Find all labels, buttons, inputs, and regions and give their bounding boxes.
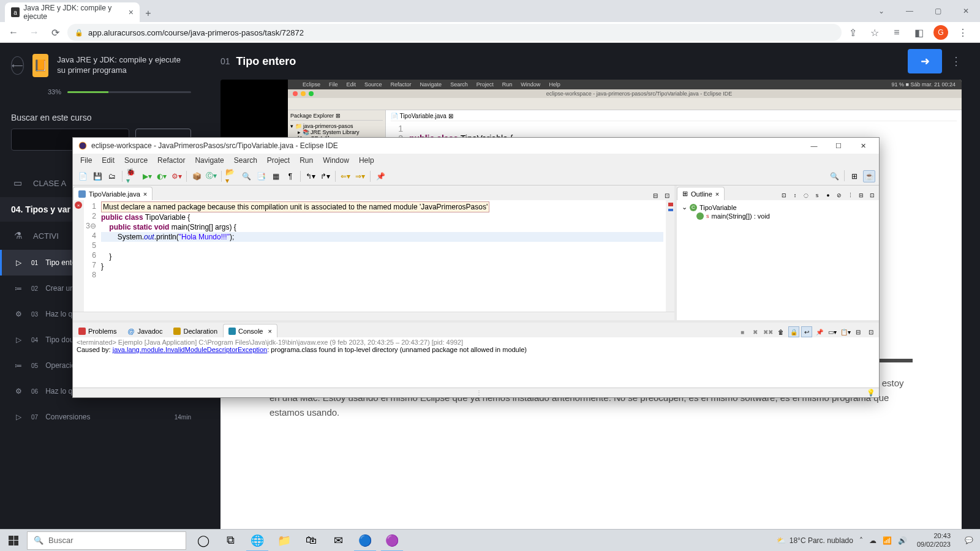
remove-all-icon[interactable]: ✖✖ <box>763 326 774 337</box>
display-console-icon[interactable]: ▭▾ <box>827 326 838 337</box>
menu-project[interactable]: Project <box>263 155 293 166</box>
menu-file[interactable]: File <box>77 155 96 166</box>
focus-icon[interactable]: ⊡ <box>779 190 789 200</box>
tab-problems[interactable]: Problems <box>73 324 122 337</box>
wifi-icon[interactable]: 📶 <box>883 536 892 545</box>
sash-icon[interactable]: ⋮ <box>476 389 482 396</box>
back-button[interactable]: ← <box>5 24 22 41</box>
mail-icon[interactable]: ✉ <box>325 530 352 552</box>
cortana-icon[interactable]: ◯ <box>190 530 217 552</box>
menu-window[interactable]: Window <box>319 155 353 166</box>
java-perspective-icon[interactable]: ☕ <box>863 170 875 182</box>
star-icon[interactable]: ☆ <box>867 25 882 40</box>
address-bar[interactable]: 🔒 app.aluracursos.com/course/java-primer… <box>67 24 842 41</box>
annotation-next-icon[interactable]: ↱▾ <box>319 170 331 182</box>
scroll-lock-icon[interactable]: 🔒 <box>788 326 799 337</box>
reload-button[interactable]: ⟳ <box>47 24 64 41</box>
error-overview-marker[interactable] <box>668 203 673 206</box>
explorer-icon[interactable]: 📁 <box>271 530 298 552</box>
share-icon[interactable]: ⇪ <box>845 25 860 40</box>
quick-access-icon[interactable]: 🔍 <box>828 170 840 182</box>
close-tab-icon[interactable]: × <box>715 190 719 198</box>
lesson-item[interactable]: ▷07Conversiones14min <box>0 404 202 430</box>
code-editor[interactable]: × 123⊖45678 Must declare a named package… <box>73 200 674 312</box>
view-menu-icon[interactable]: ⋮ <box>845 190 855 200</box>
sort-icon[interactable]: ↕ <box>790 190 800 200</box>
next-button[interactable]: ➜ <box>908 49 942 73</box>
maximize-icon[interactable]: ▢ <box>924 0 952 22</box>
save-all-icon[interactable]: 🗂 <box>106 170 118 182</box>
code-text[interactable]: Must declare a named package because thi… <box>99 200 666 312</box>
word-wrap-icon[interactable]: ↩ <box>801 326 812 337</box>
notifications-icon[interactable]: 💬 <box>960 536 978 544</box>
close-tab-icon[interactable]: × <box>268 328 271 335</box>
maximize-view-icon[interactable]: ⊡ <box>662 190 672 200</box>
close-tab-icon[interactable]: × <box>143 190 147 198</box>
new-class-icon[interactable]: Ⓒ▾ <box>205 170 217 182</box>
minimize-view-icon[interactable]: ⊟ <box>856 190 866 200</box>
toggle-mark-icon[interactable]: 📑 <box>255 170 267 182</box>
new-icon[interactable]: 📄 <box>77 170 89 182</box>
chevron-down-icon[interactable]: ⌄ <box>867 0 895 22</box>
menu-run[interactable]: Run <box>296 155 317 166</box>
overview-ruler[interactable] <box>666 200 674 312</box>
menu-source[interactable]: Source <box>121 155 151 166</box>
open-perspective-icon[interactable]: ⊞ <box>848 170 861 182</box>
tab-console[interactable]: Console× <box>223 324 277 337</box>
menu-navigate[interactable]: Navigate <box>191 155 227 166</box>
editor-tab[interactable]: TipoVariable.java × <box>73 187 153 200</box>
kebab-menu-icon[interactable]: ⋮ <box>956 25 970 40</box>
task-view-icon[interactable]: ⧉ <box>217 530 244 552</box>
exception-link[interactable]: java.lang.module.InvalidModuleDescriptor… <box>113 346 268 353</box>
clear-console-icon[interactable]: 🗑 <box>775 326 786 337</box>
start-button[interactable] <box>0 530 27 552</box>
more-icon[interactable]: ⋮ <box>951 54 962 68</box>
taskbar-search[interactable]: 🔍Buscar <box>27 531 186 550</box>
close-icon[interactable]: ✕ <box>952 0 980 22</box>
tray-chevron-icon[interactable]: ˄ <box>859 536 863 545</box>
menu-edit[interactable]: Edit <box>98 155 118 166</box>
tab-declaration[interactable]: Declaration <box>168 324 223 337</box>
outline-tab[interactable]: ⊞ Outline × <box>677 187 725 200</box>
weather-widget[interactable]: ⛅18°C Parc. nublado <box>777 536 853 545</box>
debug-icon[interactable]: 🐞▾ <box>126 170 138 182</box>
close-icon[interactable]: ✕ <box>852 139 874 152</box>
hide-local-icon[interactable]: ⊘ <box>834 190 844 200</box>
tip-bulb-icon[interactable]: 💡 <box>867 389 875 397</box>
hide-static-icon[interactable]: s <box>812 190 822 200</box>
maximize-view-icon[interactable]: ⊡ <box>865 326 876 337</box>
save-icon[interactable]: 💾 <box>91 170 104 182</box>
taskbar-clock[interactable]: 20:43 09/02/2023 <box>913 532 954 548</box>
open-type-icon[interactable]: 📂▾ <box>225 170 238 182</box>
new-package-icon[interactable]: 📦 <box>190 170 203 182</box>
pin-console-icon[interactable]: 📌 <box>814 326 825 337</box>
pin-icon[interactable]: 📌 <box>374 170 386 182</box>
console-output[interactable]: <terminated> Ejemplo [Java Application] … <box>73 337 879 388</box>
puzzle-icon[interactable]: ◧ <box>911 25 926 40</box>
chrome-tab[interactable]: a Java JRE y JDK: compile y ejecute × <box>5 2 140 22</box>
edge-icon[interactable]: 🌐 <box>244 530 271 552</box>
tab-javadoc[interactable]: @Javadoc <box>122 324 168 337</box>
minimize-icon[interactable]: — <box>803 139 825 152</box>
minimize-view-icon[interactable]: ⊟ <box>650 190 660 200</box>
annotation-prev-icon[interactable]: ↰▾ <box>304 170 317 182</box>
menu-search[interactable]: Search <box>230 155 261 166</box>
eclipse-titlebar[interactable]: eclipse-workspace - JavaPrimerosPasos/sr… <box>73 138 879 154</box>
maximize-icon[interactable]: ☐ <box>827 139 850 152</box>
hide-fields-icon[interactable]: ◌ <box>801 190 811 200</box>
external-tools-icon[interactable]: ⚙▾ <box>170 170 183 182</box>
show-whitespace-icon[interactable]: ¶ <box>284 170 296 182</box>
eclipse-taskbar-icon[interactable]: 🟣 <box>379 530 405 552</box>
store-icon[interactable]: 🛍 <box>298 530 325 552</box>
terminate-icon[interactable]: ■ <box>737 326 748 337</box>
chrome-taskbar-icon[interactable]: 🔵 <box>352 530 379 552</box>
open-console-icon[interactable]: 📋▾ <box>840 326 851 337</box>
minimize-icon[interactable]: — <box>895 0 924 22</box>
menu-help[interactable]: Help <box>355 155 378 166</box>
minimize-view-icon[interactable]: ⊟ <box>853 326 864 337</box>
close-tab-icon[interactable]: × <box>129 7 134 17</box>
menu-refactor[interactable]: Refactor <box>154 155 189 166</box>
outline-tree[interactable]: ⌄ C TipoVariable s main(String[]) : void <box>677 200 879 320</box>
coverage-icon[interactable]: ◐▾ <box>156 170 168 182</box>
toggle-block-icon[interactable]: ▦ <box>270 170 282 182</box>
